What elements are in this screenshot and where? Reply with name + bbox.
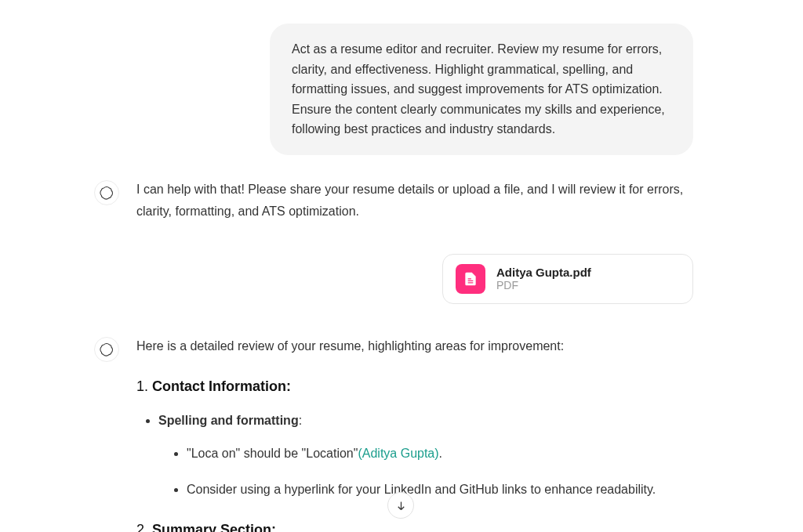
bullet-label: Spelling and formatting [158, 414, 299, 427]
arrow-down-icon [395, 500, 407, 512]
file-attachment-card[interactable]: Aditya Gupta.pdf PDF [442, 254, 693, 304]
sub-bullet-suffix: . [439, 447, 442, 460]
list-item: "Loca on" should be "Location"(Aditya Gu… [187, 443, 693, 465]
user-message-row: Act as a resume editor and recruiter. Re… [94, 24, 693, 155]
scroll-down-button[interactable] [387, 492, 414, 519]
sub-bullet-text: "Loca on" should be "Location" [187, 447, 358, 460]
sub-bullet-list: "Loca on" should be "Location"(Aditya Gu… [158, 443, 693, 501]
assistant-message-row-1: I can help with that! Please share your … [94, 179, 693, 223]
file-document-icon [456, 264, 485, 294]
file-type: PDF [496, 279, 591, 291]
assistant-avatar-icon [94, 180, 119, 205]
list-item: Consider using a hyperlink for your Link… [187, 479, 693, 501]
attachment-row: Aditya Gupta.pdf PDF [94, 254, 693, 304]
assistant-message-text-1: I can help with that! Please share your … [136, 179, 693, 223]
chat-container: Act as a resume editor and recruiter. Re… [0, 0, 803, 532]
section-2-heading: 2. Summary Section: [136, 518, 693, 532]
sub-bullet-text: Consider using a hyperlink for your Link… [187, 483, 656, 496]
file-name: Aditya Gupta.pdf [496, 266, 591, 279]
user-message-text: Act as a resume editor and recruiter. Re… [292, 42, 665, 136]
bullet-colon: : [299, 414, 302, 427]
review-content: Here is a detailed review of your resume… [136, 335, 693, 532]
user-message-bubble: Act as a resume editor and recruiter. Re… [270, 24, 693, 155]
section-1-number: 1. [136, 378, 152, 394]
assistant-avatar-icon [94, 337, 119, 362]
section-1-heading: 1. Contact Information: [136, 375, 693, 400]
file-info: Aditya Gupta.pdf PDF [496, 266, 591, 291]
section-2-number: 2. [136, 522, 152, 532]
section-1-title: Contact Information: [152, 378, 291, 394]
list-item: Spelling and formatting: "Loca on" shoul… [158, 410, 693, 501]
section-1-bullets: Spelling and formatting: "Loca on" shoul… [136, 410, 693, 501]
section-2-title: Summary Section: [152, 522, 276, 532]
citation-link[interactable]: (Aditya Gupta) [358, 447, 438, 460]
review-intro: Here is a detailed review of your resume… [136, 335, 693, 357]
